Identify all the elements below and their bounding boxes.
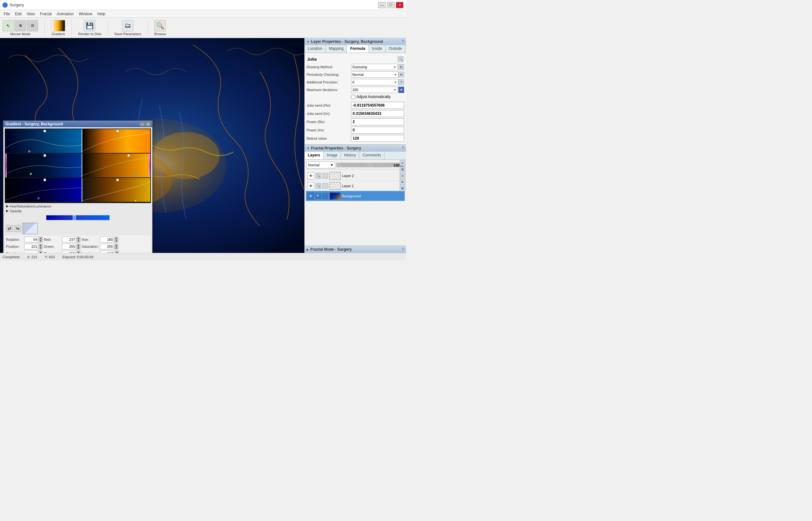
fractal-mode-panel[interactable]: ▶ Fractal Mode - Surgery ? xyxy=(305,246,406,253)
position-input[interactable] xyxy=(24,244,38,249)
drawing-method-select[interactable]: Guessing ▼ xyxy=(351,64,398,70)
power-re-input[interactable] xyxy=(351,118,404,125)
green-input[interactable] xyxy=(62,244,76,249)
rotation-up[interactable]: ▲ xyxy=(39,237,43,240)
luminance-up[interactable]: ▲ xyxy=(115,251,119,253)
tab-mapping[interactable]: Mapping xyxy=(326,45,347,53)
gradient-button[interactable] xyxy=(51,20,65,31)
duplicate-layer-btn[interactable]: ⧉ xyxy=(400,166,405,172)
periodicity-select[interactable]: Normal ▼ xyxy=(351,71,398,78)
red-up[interactable]: ▲ xyxy=(77,237,80,240)
hue-up[interactable]: ▲ xyxy=(114,237,118,240)
gradient-label-hsl[interactable]: ▶ Hue/Saturation/Luminance xyxy=(6,204,150,208)
layer-settings-btn[interactable]: ⚙ xyxy=(400,186,405,191)
background-lock-btn[interactable] xyxy=(322,193,328,199)
adjust-auto-checkbox[interactable] xyxy=(351,95,355,99)
red-input[interactable] xyxy=(62,237,76,243)
menu-help[interactable]: Help xyxy=(95,11,108,17)
green-up[interactable]: ▲ xyxy=(77,244,80,247)
position-up[interactable]: ▲ xyxy=(39,244,43,247)
menu-view[interactable]: View xyxy=(24,11,38,17)
maximum-iterations-select[interactable]: 100 ▼ xyxy=(351,87,398,93)
background-visibility-btn[interactable]: 👁 xyxy=(307,192,314,200)
gradient-minimize-btn[interactable]: — xyxy=(140,122,145,126)
iterations-down-btn[interactable]: ▼ xyxy=(398,87,404,93)
maximize-button[interactable]: ☐ xyxy=(387,2,394,8)
layer1-visibility-btn[interactable]: 👁 xyxy=(307,182,314,189)
gradient-slider-track[interactable] xyxy=(46,215,110,220)
blue-input[interactable] xyxy=(62,251,76,253)
menu-window[interactable]: Window xyxy=(76,11,95,17)
drawing-method-refresh[interactable]: ↻ xyxy=(398,64,404,70)
opacity-up[interactable]: ▲ xyxy=(39,251,43,253)
menu-file[interactable]: File xyxy=(1,11,13,17)
blend-mode-select[interactable]: Normal ▼ xyxy=(306,161,335,168)
close-button[interactable]: ✕ xyxy=(396,2,403,8)
opacity-input[interactable] xyxy=(24,251,38,253)
rotation-input[interactable] xyxy=(24,237,38,243)
fractal-canvas[interactable]: Gradient - Surgery, Background — ✕ xyxy=(0,38,304,253)
tab-location[interactable]: Location xyxy=(305,45,326,53)
layer-row-layer1[interactable]: 👁 🔍 Layer 1 xyxy=(306,181,405,191)
background-search-btn[interactable]: 🔍 xyxy=(316,193,321,199)
hue-input[interactable] xyxy=(100,237,114,243)
fractal-mode-help[interactable]: ? xyxy=(402,247,404,252)
gradient-close-btn[interactable]: ✕ xyxy=(146,122,150,126)
formula-search-btn[interactable]: 🔍 xyxy=(398,56,403,62)
opacity-slider[interactable]: 100% xyxy=(337,163,404,167)
saturation-down[interactable]: ▼ xyxy=(114,247,118,249)
layer-properties-header[interactable]: ▼ Layer Properties - Surgery, Background… xyxy=(305,38,406,45)
add-layer-btn[interactable]: + xyxy=(400,160,405,166)
tab-history[interactable]: History xyxy=(341,152,359,159)
layer2-search-btn[interactable]: 🔍 xyxy=(316,173,321,179)
layer1-search-btn[interactable]: 🔍 xyxy=(316,183,321,189)
fractal-properties-help[interactable]: ? xyxy=(402,146,404,151)
position-down[interactable]: ▼ xyxy=(39,247,43,249)
menu-animation[interactable]: Animation xyxy=(54,11,76,17)
layer-row-layer2[interactable]: 👁 🔍 Layer 2 xyxy=(306,171,405,181)
browse-button[interactable]: 🔍 xyxy=(154,20,166,31)
save-params-button[interactable]: 🗂 xyxy=(122,20,133,31)
julia-im-input[interactable] xyxy=(351,110,404,117)
minimize-button[interactable]: — xyxy=(378,2,386,8)
move-layer-down-btn[interactable]: ✕ xyxy=(400,179,405,185)
canvas-area[interactable]: Gradient - Surgery, Background — ✕ xyxy=(0,38,304,253)
hue-down[interactable]: ▼ xyxy=(114,240,118,243)
layer2-visibility-btn[interactable]: 👁 xyxy=(307,172,314,179)
gradient-ctrl-yellow[interactable] xyxy=(135,200,136,202)
power-im-input[interactable] xyxy=(351,127,404,134)
green-down[interactable]: ▼ xyxy=(77,247,80,249)
tab-image[interactable]: Image xyxy=(324,152,341,159)
fractal-properties-header[interactable]: ▼ Fractal Properties - Surgery ? xyxy=(305,145,406,152)
gradient-delete-point-btn[interactable]: ⇋ xyxy=(14,225,21,232)
menu-fractal[interactable]: Fractal xyxy=(38,11,54,17)
move-layer-up-btn[interactable]: + xyxy=(400,173,405,179)
layer-row-background[interactable]: 👁 🔍 Background xyxy=(306,191,405,201)
tab-inside[interactable]: Inside xyxy=(369,45,386,53)
render-button[interactable]: 💾 xyxy=(84,20,95,31)
julia-re-input[interactable] xyxy=(351,102,404,109)
select-tool-button[interactable]: ↖ xyxy=(3,20,14,31)
gradient-label-opacity[interactable]: ▶ Opacity xyxy=(6,208,150,213)
gradient-add-point-btn[interactable]: ⇄ xyxy=(6,225,13,232)
tab-layers[interactable]: Layers xyxy=(305,152,324,159)
tab-comments[interactable]: Comments xyxy=(359,152,384,159)
precision-help-btn[interactable]: ? xyxy=(398,79,404,85)
menu-edit[interactable]: Edit xyxy=(13,11,24,17)
additional-precision-select[interactable]: 0 ▼ xyxy=(351,79,398,85)
periodicity-edit-btn[interactable]: ✏ xyxy=(398,72,404,77)
bailout-input[interactable] xyxy=(351,135,404,142)
layer1-lock-btn[interactable] xyxy=(322,183,328,189)
blue-up[interactable]: ▲ xyxy=(77,251,80,253)
gradient-slider-thumb[interactable] xyxy=(73,216,76,221)
zoom-in-tool-button[interactable]: ⊞ xyxy=(15,20,26,31)
tab-formula[interactable]: Formula xyxy=(347,45,368,53)
rotation-down[interactable]: ▼ xyxy=(39,240,43,243)
tab-outside[interactable]: Outside xyxy=(386,45,405,53)
saturation-up[interactable]: ▲ xyxy=(114,244,118,247)
luminance-input[interactable] xyxy=(100,251,114,253)
layer-properties-help[interactable]: ? xyxy=(402,39,404,44)
saturation-input[interactable] xyxy=(100,244,114,249)
zoom-out-tool-button[interactable]: ⊟ xyxy=(27,20,38,31)
red-down[interactable]: ▼ xyxy=(77,240,80,243)
